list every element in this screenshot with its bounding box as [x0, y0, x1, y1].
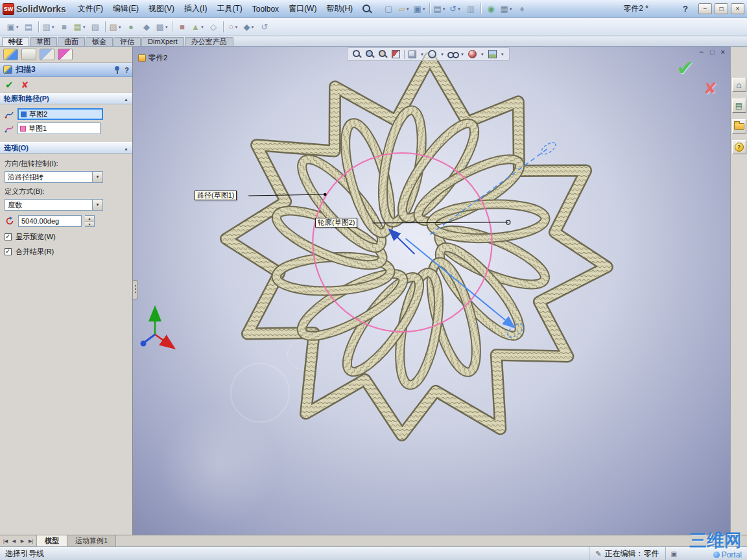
tool-icon[interactable]: ↺: [257, 20, 272, 34]
scroll-first-button[interactable]: |◀: [2, 539, 9, 544]
chevron-down-icon[interactable]: [501, 52, 504, 56]
pm-tool-icon[interactable]: [58, 49, 73, 60]
tool-icon[interactable]: ■: [56, 20, 72, 34]
undo-icon[interactable]: ↺▼: [447, 2, 463, 16]
ok-button[interactable]: [5, 79, 14, 91]
tool-icon[interactable]: ▧: [88, 20, 103, 34]
tab-dimxpert[interactable]: DimXpert: [141, 37, 184, 46]
feature-tree-root[interactable]: 零件2: [138, 53, 167, 63]
section-view-icon[interactable]: [392, 50, 400, 58]
section-profile-path[interactable]: 轮廓和路径(P): [0, 93, 132, 104]
doc-close-button[interactable]: ×: [721, 48, 725, 56]
define-by-select[interactable]: 度数: [5, 199, 103, 211]
model-canvas[interactable]: [133, 47, 730, 535]
confirm-cancel-icon[interactable]: [704, 79, 717, 98]
menu-view[interactable]: 视图(V): [144, 1, 179, 16]
tool-icon[interactable]: ▤: [21, 20, 36, 34]
tool-icon[interactable]: ●: [123, 20, 139, 34]
display-style-icon[interactable]: [428, 50, 436, 58]
callout-profile[interactable]: 轮廓(草图2): [315, 218, 357, 228]
home-icon[interactable]: [732, 78, 746, 92]
spin-up-button[interactable]: [85, 216, 94, 221]
path-field[interactable]: 草图1: [18, 122, 101, 134]
menu-toolbox[interactable]: Toolbox: [248, 3, 283, 16]
chevron-down-icon[interactable]: [440, 52, 444, 56]
restore-button[interactable]: □: [715, 3, 728, 14]
chevron-down-icon[interactable]: [480, 52, 484, 56]
tab-office-products[interactable]: 办公室产品: [185, 37, 233, 46]
chevron-down-icon[interactable]: [460, 52, 464, 56]
tab-sketch[interactable]: 草图: [30, 37, 57, 46]
scroll-prev-button[interactable]: ◀: [10, 539, 18, 544]
search-icon[interactable]: [362, 4, 372, 14]
menu-insert[interactable]: 插入(I): [180, 1, 211, 16]
apply-scene-icon[interactable]: [488, 50, 497, 58]
graphics-area[interactable]: 零件2: [133, 47, 730, 535]
tool-icon[interactable]: ▨▼: [108, 20, 123, 34]
close-button[interactable]: ×: [731, 3, 744, 14]
menu-window[interactable]: 窗口(W): [284, 1, 321, 16]
doc-restore-button[interactable]: □: [710, 48, 715, 56]
angle-input[interactable]: 5040.00deg: [18, 215, 82, 227]
chevron-down-icon[interactable]: [420, 52, 424, 56]
pm-tool-icon[interactable]: [40, 49, 54, 60]
tool-icon[interactable]: ◇: [206, 20, 221, 34]
tool-icon[interactable]: ▦▼: [72, 20, 88, 34]
orientation-select[interactable]: 沿路径扭转: [5, 171, 103, 183]
tool-icon[interactable]: ▩▼: [154, 20, 170, 34]
menu-help[interactable]: 帮助(H): [322, 1, 357, 16]
pm-tool-icon[interactable]: [3, 49, 18, 60]
tool-icon[interactable]: ▥▼: [41, 20, 56, 34]
merge-result-checkbox[interactable]: 合并结果(R): [5, 247, 128, 257]
open-icon[interactable]: ▱▼: [396, 2, 412, 16]
previous-view-icon[interactable]: [378, 49, 388, 59]
paste-icon[interactable]: ▥: [463, 2, 479, 16]
select-icon[interactable]: ♦: [514, 2, 530, 16]
tool-icon[interactable]: ▲▼: [190, 20, 206, 34]
tab-motion-study[interactable]: 运动算例1: [67, 535, 116, 546]
pm-tool-icon[interactable]: [21, 49, 36, 60]
file-explorer-button[interactable]: [732, 119, 746, 134]
doc-minimize-button[interactable]: −: [699, 48, 703, 56]
tool-icon[interactable]: ○▼: [226, 20, 241, 34]
rebuild-icon[interactable]: ◉: [483, 2, 499, 16]
design-library-icon[interactable]: [732, 99, 746, 113]
menu-edit[interactable]: 编辑(E): [108, 1, 143, 16]
zoom-fit-icon[interactable]: [352, 49, 362, 59]
tool-icon[interactable]: ■: [174, 20, 190, 34]
tab-model[interactable]: 模型: [37, 535, 67, 546]
spin-down-button[interactable]: [85, 221, 94, 226]
show-preview-checkbox[interactable]: 显示预览(W): [5, 232, 128, 242]
minimize-button[interactable]: −: [698, 3, 712, 14]
save-icon[interactable]: ▣▼: [412, 2, 427, 16]
new-document-icon[interactable]: ▢: [381, 2, 396, 16]
print-icon[interactable]: ▤▼: [432, 2, 447, 16]
scroll-last-button[interactable]: ▶|: [27, 539, 34, 544]
chevron-down-icon[interactable]: [92, 200, 102, 210]
tool-icon[interactable]: ◆▼: [241, 20, 257, 34]
profile-field[interactable]: 草图2: [18, 108, 103, 120]
tool-icon[interactable]: ▣▼: [5, 20, 21, 34]
cancel-button[interactable]: [21, 80, 29, 90]
panel-splitter[interactable]: [133, 280, 138, 299]
menu-file[interactable]: 文件(F): [73, 1, 108, 16]
chevron-down-icon[interactable]: [92, 172, 102, 182]
options-icon[interactable]: ▦▼: [499, 2, 514, 16]
toolbox-button[interactable]: [732, 140, 746, 154]
hide-show-items-icon[interactable]: [447, 49, 457, 59]
view-orientation-icon[interactable]: [409, 51, 416, 58]
scroll-next-button[interactable]: ▶: [19, 539, 26, 544]
edit-appearance-icon[interactable]: [468, 50, 477, 58]
tab-sheet-metal[interactable]: 钣金: [86, 37, 113, 46]
callout-path[interactable]: 路径(草图1): [195, 191, 237, 200]
zoom-area-icon[interactable]: [365, 49, 375, 59]
pushpin-icon[interactable]: [114, 65, 120, 74]
tab-evaluate[interactable]: 评估: [113, 37, 141, 46]
menu-tools[interactable]: 工具(T): [212, 1, 246, 16]
panel-help-button[interactable]: ?: [124, 66, 129, 74]
tool-icon[interactable]: ◆: [139, 20, 154, 34]
tab-surfaces[interactable]: 曲面: [58, 37, 85, 46]
confirm-ok-icon[interactable]: [676, 56, 694, 80]
section-options[interactable]: 选项(O): [0, 142, 132, 154]
tab-features[interactable]: 特征: [2, 37, 29, 46]
